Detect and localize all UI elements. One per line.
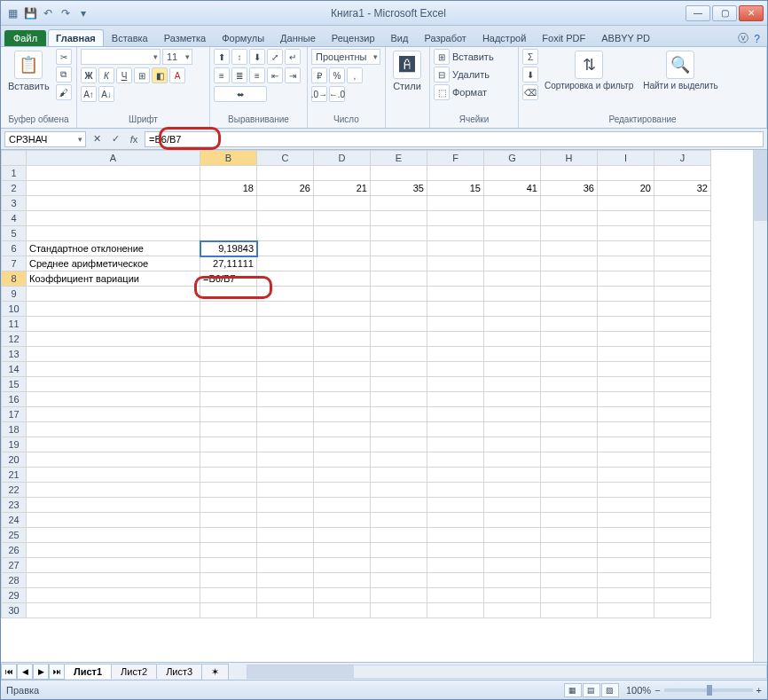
col-header-J[interactable]: J [654, 151, 711, 166]
tab-review[interactable]: Рецензир [324, 29, 383, 46]
row-header[interactable]: 21 [2, 468, 27, 483]
sheet-tab-new[interactable]: ✶ [201, 664, 229, 680]
bold-button[interactable]: Ж [81, 67, 97, 83]
align-center-button[interactable]: ≣ [231, 67, 247, 83]
zoom-thumb[interactable] [707, 685, 712, 696]
merge-button[interactable]: ⬌ [214, 86, 267, 102]
align-top-button[interactable]: ⬆ [214, 49, 230, 65]
zoom-in-button[interactable]: + [756, 685, 762, 696]
view-pagebreak-button[interactable]: ▧ [601, 683, 619, 697]
grow-font-button[interactable]: A↑ [81, 86, 97, 102]
row-header[interactable]: 25 [2, 528, 27, 543]
row-header[interactable]: 7 [2, 256, 27, 271]
view-normal-button[interactable]: ▦ [564, 683, 582, 697]
cell[interactable]: 32 [654, 181, 711, 196]
help-icon[interactable]: ? [754, 33, 760, 45]
row-header[interactable]: 1 [2, 166, 27, 181]
view-layout-button[interactable]: ▤ [583, 683, 600, 697]
align-bottom-button[interactable]: ⬇ [249, 49, 265, 65]
horizontal-scrollbar[interactable] [247, 665, 767, 679]
cell-B7[interactable]: 27,11111 [200, 256, 257, 271]
align-right-button[interactable]: ≡ [249, 67, 265, 83]
zoom-out-button[interactable]: − [654, 685, 660, 696]
row-header[interactable]: 15 [2, 377, 27, 392]
sheet-tab-1[interactable]: Лист1 [64, 664, 112, 679]
vertical-scrollbar[interactable] [753, 150, 767, 662]
name-box[interactable]: СРЗНАЧ [4, 131, 86, 147]
cell-A6[interactable]: Стандартное отклонение [27, 241, 200, 256]
row-header[interactable]: 18 [2, 422, 27, 437]
fill-button[interactable]: ⬇ [522, 67, 538, 83]
cell[interactable]: 26 [257, 181, 314, 196]
col-header-I[interactable]: I [598, 151, 654, 166]
fill-color-button[interactable]: ◧ [152, 67, 168, 83]
select-all-corner[interactable] [2, 151, 27, 166]
tab-view[interactable]: Вид [383, 29, 417, 46]
sheet-tab-2[interactable]: Лист2 [111, 664, 157, 679]
qat-customize-icon[interactable]: ▾ [75, 5, 91, 21]
cell-B6[interactable]: 9,19843 [200, 241, 257, 256]
delete-cells-button[interactable]: ⊟ [434, 67, 450, 83]
row-header[interactable]: 10 [2, 302, 27, 317]
clear-button[interactable]: ⌫ [522, 84, 538, 100]
format-painter-button[interactable]: 🖌 [56, 84, 72, 100]
ribbon-minimize-icon[interactable]: ⓥ [738, 31, 748, 46]
row-header[interactable]: 17 [2, 407, 27, 422]
row-header[interactable]: 9 [2, 287, 27, 302]
font-name-combo[interactable] [81, 49, 161, 65]
formula-input[interactable]: =B6/B7 [145, 131, 764, 147]
tab-developer[interactable]: Разработ [416, 29, 474, 46]
worksheet-grid[interactable]: A B C D E F G H I J 1 2 18 26 21 35 15 4… [1, 150, 767, 662]
tab-foxit[interactable]: Foxit PDF [534, 29, 593, 46]
cell[interactable]: 35 [371, 181, 427, 196]
align-left-button[interactable]: ≡ [214, 67, 230, 83]
hscroll-thumb[interactable] [247, 665, 354, 678]
decrease-indent-button[interactable]: ⇤ [267, 67, 283, 83]
row-header[interactable]: 24 [2, 513, 27, 528]
tab-addins[interactable]: Надстрой [474, 29, 534, 46]
row-header[interactable]: 14 [2, 362, 27, 377]
row-header[interactable]: 30 [2, 603, 27, 618]
tab-formulas[interactable]: Формулы [214, 29, 272, 46]
find-select-button[interactable]: 🔍 Найти и выделить [639, 49, 721, 92]
row-header[interactable]: 11 [2, 317, 27, 332]
row-header[interactable]: 29 [2, 588, 27, 603]
cell-B8-editing[interactable]: =B6/B7 [200, 271, 257, 287]
number-format-combo[interactable]: Процентны [311, 49, 380, 65]
cell[interactable]: 21 [314, 181, 371, 196]
paste-button[interactable]: 📋 Вставить [4, 49, 53, 93]
cell[interactable]: 41 [484, 181, 541, 196]
row-header[interactable]: 12 [2, 332, 27, 347]
row-header[interactable]: 13 [2, 347, 27, 362]
col-header-H[interactable]: H [541, 151, 598, 166]
row-header[interactable]: 22 [2, 483, 27, 498]
close-button[interactable]: ✕ [739, 5, 764, 21]
row-header[interactable]: 3 [2, 196, 27, 211]
format-cells-button[interactable]: ⬚ [434, 84, 450, 100]
sheet-nav-last[interactable]: ⏭ [49, 664, 65, 680]
autosum-button[interactable]: Σ [522, 49, 538, 65]
cell[interactable]: 20 [598, 181, 654, 196]
file-tab[interactable]: Файл [4, 30, 46, 46]
row-header[interactable]: 20 [2, 452, 27, 468]
col-header-F[interactable]: F [427, 151, 484, 166]
cell[interactable]: 15 [427, 181, 484, 196]
border-button[interactable]: ⊞ [134, 67, 150, 83]
underline-button[interactable]: Ч [116, 67, 132, 83]
copy-button[interactable]: ⧉ [56, 67, 72, 83]
decrease-decimal-button[interactable]: ←.0 [329, 86, 345, 102]
cell-A7[interactable]: Среднее арифметическое [27, 256, 200, 271]
currency-button[interactable]: ₽ [311, 67, 327, 83]
increase-decimal-button[interactable]: .0→ [311, 86, 327, 102]
cell[interactable] [27, 181, 200, 196]
font-size-combo[interactable]: 11 [162, 49, 192, 65]
sort-filter-button[interactable]: ⇅ Сортировка и фильтр [541, 49, 637, 92]
row-header[interactable]: 16 [2, 392, 27, 407]
wrap-text-button[interactable]: ↵ [285, 49, 301, 65]
cell[interactable]: 36 [541, 181, 598, 196]
italic-button[interactable]: К [98, 67, 114, 83]
row-header[interactable]: 8 [2, 271, 27, 287]
qat-save-icon[interactable]: 💾 [22, 5, 38, 21]
qat-undo-icon[interactable]: ↶ [40, 5, 56, 21]
col-header-B[interactable]: B [200, 151, 257, 166]
